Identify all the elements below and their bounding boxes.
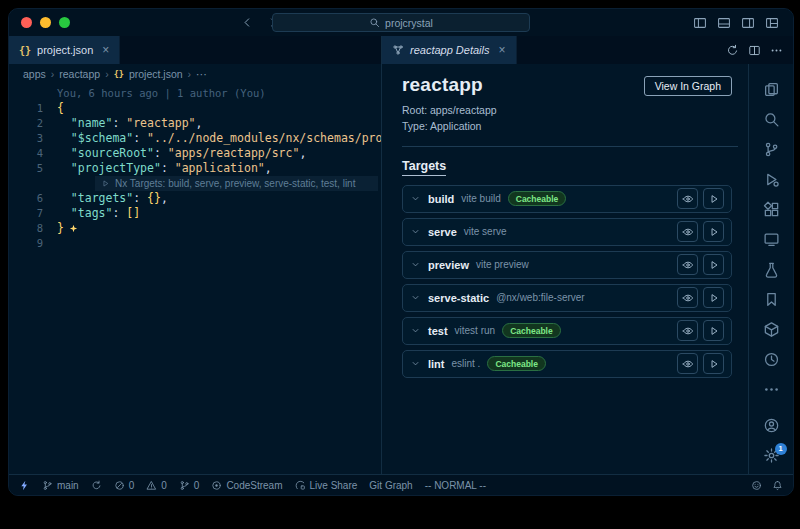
target-row-preview[interactable]: previewvite preview <box>402 251 732 279</box>
minimize-button[interactable] <box>40 17 51 28</box>
target-command: vite build <box>461 193 500 204</box>
status-item-notifications[interactable] <box>772 480 783 491</box>
target-run-button[interactable] <box>703 287 724 308</box>
status-item-feedback[interactable] <box>751 480 762 491</box>
status-item-sync[interactable] <box>91 480 102 491</box>
target-name: build <box>428 193 454 205</box>
settings-icon[interactable]: 1 <box>749 440 793 470</box>
breadcrumb-item-file[interactable]: project.json <box>129 68 183 80</box>
root-value: apps/reactapp <box>430 104 497 116</box>
history-icon[interactable] <box>749 344 793 374</box>
code-line[interactable]: 4 "sourceRoot": "apps/reactapp/src", <box>9 146 381 161</box>
nx-icon[interactable] <box>749 314 793 344</box>
breadcrumb-item-more[interactable]: ⋯ <box>196 68 207 80</box>
target-run-button[interactable] <box>703 188 724 209</box>
files-icon[interactable] <box>749 74 793 104</box>
nx-targets-codelens[interactable]: Nx Targets: build, serve, preview, serve… <box>95 176 378 191</box>
target-row-serve[interactable]: servevite serve <box>402 218 732 246</box>
tab-close-icon[interactable]: × <box>499 44 506 56</box>
chevron-down-icon[interactable] <box>410 325 421 336</box>
git-blame-annotation: You, 6 hours ago | 1 author (You) <box>57 86 266 101</box>
target-run-button[interactable] <box>703 353 724 374</box>
code-line[interactable]: 7 "tags": [] <box>9 206 381 221</box>
target-run-button[interactable] <box>703 320 724 341</box>
status-item-git-graph[interactable]: Git Graph <box>369 480 412 491</box>
tab-close-icon[interactable]: × <box>102 44 109 56</box>
status-right <box>751 480 783 491</box>
code-line[interactable]: 6 "targets": {}, <box>9 191 381 206</box>
account-icon[interactable] <box>749 410 793 440</box>
zoom-button[interactable] <box>59 17 70 28</box>
settings-badge: 1 <box>775 443 787 455</box>
command-center-search[interactable]: projcrystal <box>272 13 530 32</box>
test-flask-icon[interactable] <box>749 254 793 284</box>
editor-group-actions <box>726 36 793 64</box>
code-line[interactable]: 2 "name": "reactapp", <box>9 116 381 131</box>
target-show-button[interactable] <box>677 188 698 209</box>
layout-sidebar-icon[interactable] <box>693 16 707 30</box>
code-text: "projectType": "application", <box>57 161 272 176</box>
layout-sidebar-right-icon[interactable] <box>741 16 755 30</box>
status-item-vim-mode[interactable]: -- NORMAL -- <box>425 480 486 491</box>
chevron-down-icon[interactable] <box>410 259 421 270</box>
status-item-lightning-status[interactable] <box>19 480 30 491</box>
chevron-down-icon[interactable] <box>410 193 421 204</box>
status-item-live-share[interactable]: Live Share <box>295 480 358 491</box>
chevron-down-icon[interactable] <box>410 226 421 237</box>
titlebar: projcrystal <box>9 9 793 36</box>
status-bar: main000CodeStreamLive ShareGit Graph-- N… <box>9 474 793 495</box>
target-show-button[interactable] <box>677 353 698 374</box>
split-editor-icon[interactable] <box>748 44 761 57</box>
target-show-button[interactable] <box>677 254 698 275</box>
status-item-git-branch[interactable]: main <box>42 480 79 491</box>
remote-icon[interactable] <box>749 224 793 254</box>
status-item-warnings[interactable]: 0 <box>146 480 167 491</box>
chevron-right-icon: › <box>105 68 109 80</box>
refresh-icon[interactable] <box>726 44 739 57</box>
chevron-down-icon[interactable] <box>410 292 421 303</box>
view-in-graph-button[interactable]: View In Graph <box>644 76 732 96</box>
code-line[interactable]: 8} <box>9 221 381 236</box>
more-actions-icon[interactable] <box>770 44 783 57</box>
target-show-button[interactable] <box>677 320 698 341</box>
code-line[interactable]: 3 "$schema": "../../node_modules/nx/sche… <box>9 131 381 146</box>
code-text: "targets": {}, <box>57 191 168 206</box>
search-icon[interactable] <box>749 104 793 134</box>
target-row-serve-static[interactable]: serve-static@nx/web:file-server <box>402 284 732 312</box>
chevron-down-icon[interactable] <box>410 358 421 369</box>
target-show-button[interactable] <box>677 287 698 308</box>
root-label: Root: <box>402 104 427 116</box>
breadcrumb-item-reactapp[interactable]: reactapp <box>59 68 100 80</box>
debug-icon[interactable] <box>749 164 793 194</box>
source-control-icon[interactable] <box>749 134 793 164</box>
back-icon[interactable] <box>241 16 254 29</box>
layout-panel-icon[interactable] <box>717 16 731 30</box>
target-row-test[interactable]: testvitest runCacheable <box>402 317 732 345</box>
json-file-icon: {} <box>19 45 31 56</box>
status-item-errors[interactable]: 0 <box>114 480 135 491</box>
search-value: projcrystal <box>385 17 433 29</box>
target-show-button[interactable] <box>677 221 698 242</box>
activity-bar: 1 <box>748 64 793 474</box>
target-name: lint <box>428 358 445 370</box>
branch-icon <box>42 480 53 491</box>
code-line[interactable]: 5 "projectType": "application", <box>9 161 381 176</box>
bookmark-icon[interactable] <box>749 284 793 314</box>
layout-custom-icon[interactable] <box>765 16 779 30</box>
target-row-lint[interactable]: linteslint .Cacheable <box>402 350 732 378</box>
code-text: } <box>57 221 78 236</box>
tab-reactapp-details[interactable]: reactapp Details × <box>382 36 517 64</box>
more-icon[interactable] <box>749 374 793 404</box>
target-run-button[interactable] <box>703 254 724 275</box>
close-button[interactable] <box>21 17 32 28</box>
status-item-codestream[interactable]: CodeStream <box>211 480 282 491</box>
target-run-button[interactable] <box>703 221 724 242</box>
code-lines[interactable]: You, 6 hours ago | 1 author (You)1{2 "na… <box>9 83 381 474</box>
code-line[interactable]: 1{ <box>9 101 381 116</box>
extensions-icon[interactable] <box>749 194 793 224</box>
target-row-build[interactable]: buildvite buildCacheable <box>402 185 732 213</box>
tab-project-json[interactable]: {} project.json × <box>9 36 120 64</box>
status-item-branch-count[interactable]: 0 <box>179 480 200 491</box>
code-line[interactable]: 9 <box>9 236 381 251</box>
breadcrumb-item-apps[interactable]: apps <box>23 68 46 80</box>
